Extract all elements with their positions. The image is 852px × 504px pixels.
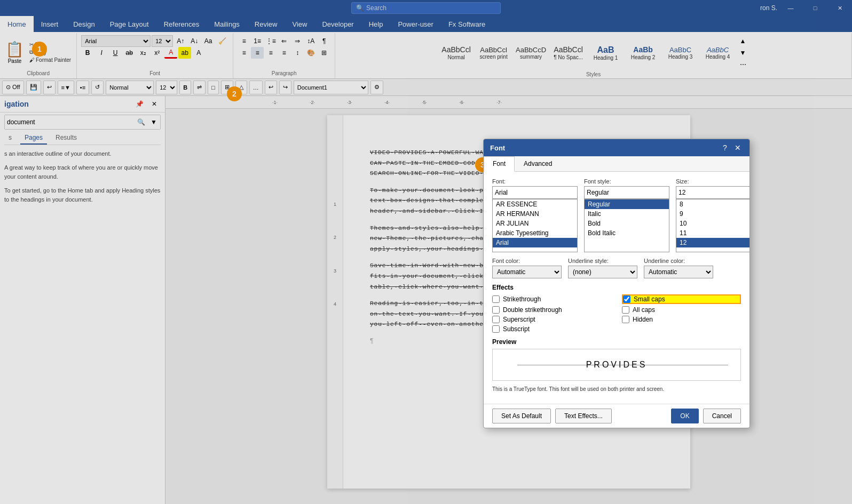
hidden-label: Hidden [633,316,653,323]
size-item-11[interactable]: 11 [676,228,750,238]
ok-button[interactable]: OK [671,409,698,423]
dialog-footer-left: Set As Default Text Effects... [492,409,612,423]
font-info: This is a TrueType font. This font will … [492,386,741,392]
dialog-help-btn[interactable]: ? [720,142,730,153]
size-col: Size: 8 9 10 11 12 [676,178,750,252]
style-item-bold-italic[interactable]: Bold Italic [585,228,669,238]
text-effects-button[interactable]: Text Effects... [555,409,612,423]
cancel-button[interactable]: Cancel [703,409,741,423]
dialog-title: Font [490,144,505,152]
dialog-tab-font[interactable]: Font [484,156,515,172]
font-color-select[interactable]: Automatic [492,266,562,278]
preview-box: PROVIDES [492,349,741,381]
effect-double-strike: Double strikethrough [492,306,611,314]
font-label: Font: [492,178,578,185]
underline-color-col: Underline color: Automatic [644,258,713,278]
dialog-title-bar: Font ? ✕ [484,139,750,156]
underline-color-select[interactable]: Automatic [644,266,713,278]
superscript-checkbox[interactable] [492,316,500,323]
underline-style-label: Underline style: [568,258,637,264]
underline-style-select[interactable]: (none) [568,266,637,278]
font-name-input[interactable] [492,186,578,199]
strikethrough-checkbox[interactable] [492,295,500,303]
effect-all-caps: All caps [622,306,741,314]
size-list[interactable]: 8 9 10 11 12 [676,199,750,252]
dialog-body: Font: AR ESSENCE AR HERMANN AR JULIAN Ar… [484,172,750,404]
effect-subscript: Subscript [492,325,611,333]
color-row: Font color: Automatic Underline style: (… [492,258,741,278]
size-item-12[interactable]: 12 [676,238,750,247]
subscript-label: Subscript [503,325,530,333]
small-caps-checkbox[interactable] [623,295,630,303]
double-strikethrough-label: Double strikethrough [503,306,562,314]
font-dialog: Font ? ✕ Font Advanced Font: AR ESSENCE … [483,139,750,428]
hidden-checkbox[interactable] [622,316,629,323]
size-item-8[interactable]: 8 [676,199,750,209]
effects-grid: Strikethrough Small caps Double striketh… [492,294,741,333]
font-list[interactable]: AR ESSENCE AR HERMANN AR JULIAN Arabic T… [492,199,578,252]
font-selection-row: Font: AR ESSENCE AR HERMANN AR JULIAN Ar… [492,178,741,252]
size-label: Size: [676,178,750,185]
set-default-button[interactable]: Set As Default [492,409,551,423]
dialog-tabs: Font Advanced [484,156,750,172]
size-item-10[interactable]: 10 [676,219,750,228]
font-col: Font: AR ESSENCE AR HERMANN AR JULIAN Ar… [492,178,578,252]
all-caps-label: All caps [633,306,655,314]
font-item-arial[interactable]: Arial [493,238,577,247]
style-item-bold[interactable]: Bold [585,219,669,228]
preview-text: PROVIDES [586,360,648,370]
style-label: Font style: [584,178,669,185]
font-color-label: Font color: [492,258,562,264]
dialog-close-btn[interactable]: ✕ [732,142,743,153]
effect-strikethrough: Strikethrough [492,294,611,304]
style-item-italic[interactable]: Italic [585,209,669,219]
double-strikethrough-checkbox[interactable] [492,306,500,314]
effect-small-caps: Small caps [622,294,741,304]
preview-label: Preview [492,338,741,346]
font-item-arabic[interactable]: Arabic Typesetting [493,228,577,238]
effect-hidden: Hidden [622,316,741,323]
dialog-controls: ? ✕ [720,142,743,153]
style-item-regular[interactable]: Regular [585,199,669,209]
font-item-ar-hermann[interactable]: AR HERMANN [493,209,577,219]
font-item-ar-essence[interactable]: AR ESSENCE [493,199,577,209]
effects-section: Effects Strikethrough Small caps Double … [492,284,741,333]
font-item-ar-julian[interactable]: AR JULIAN [493,219,577,228]
effects-title: Effects [492,284,741,291]
dialog-footer-right: OK Cancel [671,409,741,423]
font-size-input[interactable] [676,186,750,199]
strikethrough-label: Strikethrough [503,295,541,303]
dialog-footer: Set As Default Text Effects... OK Cancel [484,404,750,428]
subscript-checkbox[interactable] [492,325,500,333]
style-list[interactable]: Regular Italic Bold Bold Italic [584,199,669,252]
size-item-9[interactable]: 9 [676,209,750,219]
font-color-col: Font color: Automatic [492,258,562,278]
all-caps-checkbox[interactable] [622,306,629,314]
style-col: Font style: Regular Italic Bold Bold Ita… [584,178,669,252]
underline-style-col: Underline style: (none) [568,258,637,278]
small-caps-label: Small caps [634,295,665,303]
preview-section: Preview PROVIDES [492,338,741,381]
dialog-tab-advanced[interactable]: Advanced [515,156,561,171]
font-style-input[interactable] [584,186,669,199]
underline-color-label: Underline color: [644,258,713,264]
effect-superscript: Superscript [492,316,611,323]
superscript-label: Superscript [503,316,535,323]
